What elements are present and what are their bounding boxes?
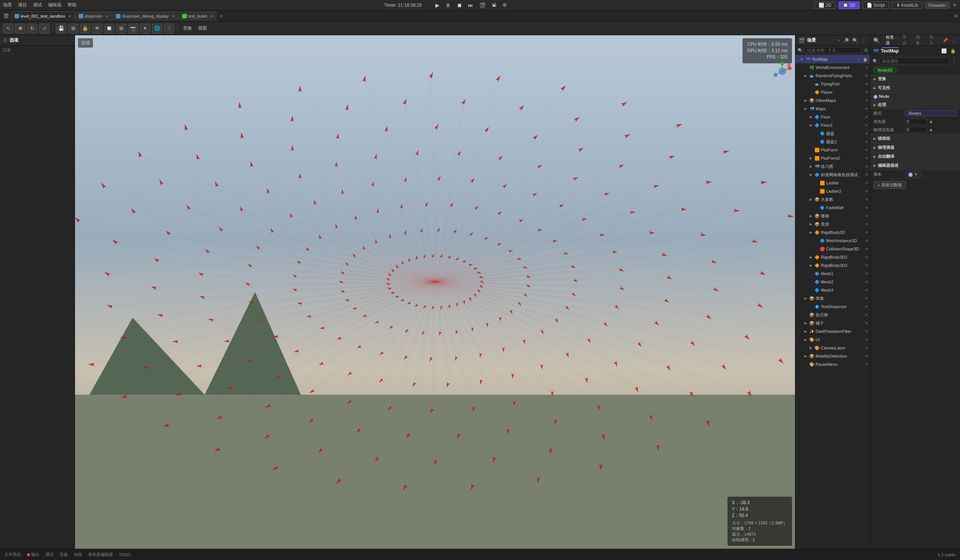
section-editor-desc-header[interactable]: ▶ 编辑器描述 — [870, 161, 960, 170]
status-shader-editor[interactable]: 着色器编辑器 — [88, 552, 113, 557]
filter-more-btn[interactable]: ⋮ — [951, 59, 958, 64]
arrow-Floor2[interactable]: ▶ — [808, 123, 813, 127]
section-processing-header[interactable]: ▶ 处理 — [870, 101, 960, 109]
arrow-RandomFlyingFishs[interactable]: ▶ — [803, 74, 808, 78]
tool-rotate[interactable]: ↻ — [27, 24, 37, 34]
section-thread-header[interactable]: ▶ 线程组 — [870, 134, 960, 143]
scene-search-button[interactable]: 🔍 — [851, 38, 859, 43]
menu-editor[interactable]: 编辑器 — [48, 2, 61, 8]
forward-plus-dropdown[interactable]: ▼ — [952, 3, 957, 8]
tool-camera[interactable]: 📷 — [128, 24, 138, 34]
eye-Ladder[interactable]: 👁 — [865, 181, 869, 185]
tree-node-platform[interactable]: 🟧 PlatForm 👁 — [795, 146, 870, 154]
tool-save[interactable]: 💾 — [56, 24, 66, 34]
tree-node-darkpixelationfilter[interactable]: ▶ ✨ DarkPixelationFilter 👁 — [795, 327, 870, 335]
tab-settings-icon[interactable]: ⚙ — [954, 13, 958, 19]
tree-node----[interactable]: ▶ 📦 大多数 👁 — [795, 195, 870, 204]
tree-node-randomflyingfishs[interactable]: ▶ 🐟 RandomFlyingFishs 👁 — [795, 72, 870, 80]
phys-priority-inc[interactable]: ▲ — [928, 127, 933, 132]
tool-sun[interactable]: ☀ — [140, 24, 150, 34]
tree-node-meshinstance3d[interactable]: 🔷 MeshInstance3D 👁 — [795, 236, 870, 245]
section-node-header[interactable]: ⬤ Node — [870, 93, 960, 100]
arrow-UI[interactable]: ▶ — [803, 338, 808, 341]
play-button[interactable]: ▶ — [435, 2, 440, 8]
eye-Maps[interactable]: 👁 — [865, 107, 869, 111]
eye-RigidBody3D2[interactable]: 👁 — [865, 255, 869, 259]
eye-斜坡网格着色器测试[interactable]: 👁 — [865, 173, 869, 177]
status-filesystem[interactable]: 文件系统 — [5, 552, 21, 557]
tool-scale[interactable]: ⤢ — [39, 24, 50, 34]
tree-node---[interactable]: ▶ 📦 橘子 👁 — [795, 319, 870, 327]
tree-node-ui[interactable]: ▶ 🎨 UI 👁 — [795, 335, 870, 344]
arrow-弹幕[interactable]: ▶ — [803, 297, 808, 300]
tool-group[interactable]: ⊞ — [68, 24, 78, 34]
arrow-斜坡网格着色器测试[interactable]: ▶ — [808, 173, 813, 177]
section-physics-header[interactable]: ▶ 物理插值 — [870, 143, 960, 152]
tree-node-ladder2[interactable]: 🟧 Ladder2 👁 — [795, 187, 870, 195]
expand-testmap[interactable]: ▼ — [799, 57, 804, 61]
scene-filter-button[interactable]: 🔎 — [842, 38, 850, 43]
status-animation[interactable]: 动画 — [74, 552, 82, 557]
tool-more[interactable]: ⋮ — [164, 24, 174, 34]
status-audio[interactable]: 音效 — [60, 552, 68, 557]
menu-debug[interactable]: 调试 — [33, 2, 42, 8]
process-priority-inc[interactable]: ▲ — [928, 118, 933, 124]
tree-node-ladder[interactable]: 🟧 Ladder 👁 — [795, 179, 870, 187]
eye-Mesh3[interactable]: 👁 — [865, 288, 869, 292]
tree-node---[interactable]: ▶ 📦 弹幕 👁 — [795, 294, 870, 303]
arrow-大多数[interactable]: ▶ — [808, 198, 813, 201]
eye-CanvasLayer[interactable]: 👁 — [865, 346, 869, 350]
tree-node---2[interactable]: 🔷 圆盘2 👁 — [795, 137, 870, 146]
mode-assetlib-button[interactable]: ⬇ AssetLib — [892, 2, 923, 9]
tree-node-rigidbody3d[interactable]: ▶ 🔶 RigidBody3D 👁 — [795, 228, 870, 236]
eye-PlatForm[interactable]: 👁 — [865, 148, 869, 152]
eye-橘子[interactable]: 👁 — [865, 321, 869, 325]
tree-node----------[interactable]: ▶ 🔷 斜坡网格着色器测试 👁 — [795, 171, 870, 179]
tool-grid[interactable]: ⊞ — [116, 24, 126, 34]
tree-search-options[interactable]: ⚙ — [863, 48, 869, 53]
tree-node---[interactable]: ▶ 📦 楼梯 👁 — [795, 212, 870, 220]
tree-search-input[interactable] — [804, 47, 861, 54]
tree-node-canvaslayer[interactable]: ▶ 🎨 CanvasLayer 👁 — [795, 344, 870, 352]
tree-node----[interactable]: 📦 告示牌 👁 — [795, 311, 870, 319]
tree-node-rigidbody3d3[interactable]: ▶ 🔶 RigidBody3D3 👁 — [795, 261, 870, 270]
step-button[interactable]: ⏭ — [468, 2, 473, 8]
arrow-RigidBody3D[interactable]: ▶ — [808, 231, 813, 234]
eye-WorldEnvironment[interactable]: 👁 — [865, 65, 869, 70]
tree-node-floor2[interactable]: ▶ 🔷 Floor2 👁 — [795, 121, 870, 129]
tree-node-flyingfish[interactable]: 🐟 FlyingFish 👁 — [795, 80, 870, 88]
menu-project[interactable]: 项目 — [18, 2, 27, 8]
eye-FlyingFish[interactable]: 👁 — [865, 82, 869, 86]
tree-node-floor[interactable]: ▶ 🔷 Floor 👁 — [795, 113, 870, 121]
eye-楼梯[interactable]: 👁 — [865, 214, 869, 218]
tree-node----[interactable]: ▶ 🗺 练习图 👁 — [795, 162, 870, 171]
eye-PauseMenu[interactable]: 👁 — [865, 362, 869, 367]
tree-node-mesh1[interactable]: 🔷 Mesh1 👁 — [795, 270, 870, 278]
status-debug[interactable]: 调试 — [45, 552, 54, 557]
movie-button[interactable]: 📽 — [492, 2, 496, 8]
eye-MeshInstance3D[interactable]: 👁 — [865, 239, 869, 243]
eye-黑房[interactable]: 👁 — [865, 222, 869, 227]
eye-RigidBody3D3[interactable]: 👁 — [865, 263, 869, 268]
section-visibility-header[interactable]: ▶ 可见性 — [870, 84, 960, 92]
tree-node-testdispenser[interactable]: 💠 TestDispenser 👁 — [795, 303, 870, 311]
tab-add-button[interactable]: + — [217, 13, 225, 19]
eye-PlatForm2[interactable]: 👁 — [865, 156, 869, 160]
eye-Floor2[interactable]: 👁 — [865, 123, 869, 128]
tree-node-worldenvironment[interactable]: 🌿 WorldEnvironment 👁 — [795, 63, 870, 72]
stop-button[interactable]: ⏹ — [457, 2, 462, 8]
arrow-CanvasLayer[interactable]: ▶ — [808, 346, 813, 350]
tab-close-dispenser-debug[interactable]: ✕ — [172, 14, 175, 18]
eye-RandomFlyingFishs[interactable]: 👁 — [865, 74, 869, 78]
testmap-visibility[interactable]: 👁 — [857, 57, 861, 61]
pause-button[interactable]: ⏸ — [445, 2, 451, 8]
arrow-黑房[interactable]: ▶ — [808, 222, 813, 226]
inspector-pin-button[interactable]: 📌 — [941, 38, 949, 43]
testmap-lock[interactable]: 🔒 — [862, 57, 869, 61]
arrow-练习图[interactable]: ▶ — [808, 164, 813, 168]
tree-node-fadewall[interactable]: 🔷 FadeWall 👁 — [795, 204, 870, 212]
arrow-Floor[interactable]: ▶ — [808, 115, 813, 119]
arrow-楼梯[interactable]: ▶ — [808, 214, 813, 218]
arrow-MobilityDetection[interactable]: ▶ — [803, 354, 808, 358]
forward-plus-button[interactable]: Forward+ — [925, 2, 949, 9]
